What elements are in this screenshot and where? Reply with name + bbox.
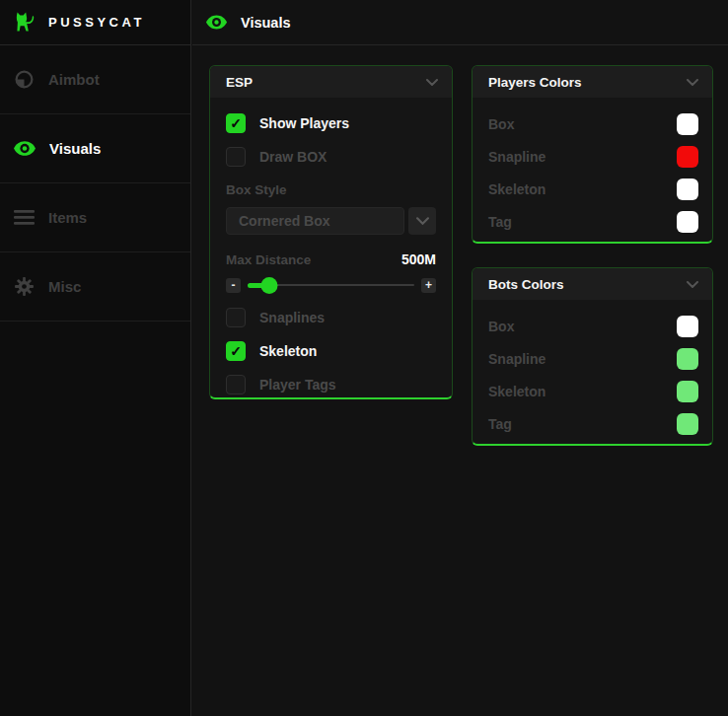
show-players-label: Show Players [259,115,349,131]
skeleton-label: Skeleton [259,343,317,359]
box-style-label: Box Style [226,182,436,197]
color-row-box: Box [488,310,698,342]
draw-box-checkbox[interactable] [226,147,246,167]
max-distance-slider-row: - + [226,276,436,294]
chevron-down-icon [416,217,429,225]
gear-icon [14,276,35,297]
color-row-box: Box [488,107,698,140]
color-row-snapline: Snapline [488,140,698,173]
page-title: Visuals [241,15,291,31]
bots-colors-title: Bots Colors [488,277,564,292]
color-label: Tag [488,416,512,432]
sidebar-item-misc[interactable]: Misc [0,252,190,322]
color-swatch[interactable] [677,316,698,337]
eye-icon [14,141,36,156]
color-swatch[interactable] [677,113,698,135]
color-label: Snapline [488,149,546,165]
sidebar-item-label: Visuals [49,140,101,157]
sidebar-item-label: Misc [48,278,81,295]
chevron-down-icon [687,79,698,86]
topbar: Visuals [192,0,728,45]
snaplines-label: Snaplines [259,310,325,325]
color-label: Box [488,116,514,132]
sidebar-item-items[interactable]: Items [0,183,190,252]
players-colors-body: Box Snapline Skeleton Tag [473,98,712,238]
esp-panel-header[interactable]: ESP [210,66,452,98]
players-colors-panel: Players Colors Box Snapline Skeleton Tag [472,65,713,244]
slider-thumb[interactable] [260,277,277,294]
sidebar-item-aimbot[interactable]: Aimbot [0,45,190,114]
esp-panel-title: ESP [226,75,253,90]
bots-colors-panel: Bots Colors Box Snapline Skeleton Tag [472,267,713,446]
color-row-snapline: Snapline [488,342,698,375]
player-tags-checkbox[interactable] [226,375,246,394]
box-style-select-row: Cornered Box [226,207,436,235]
box-style-select-caret-button[interactable] [408,207,436,235]
max-distance-slider[interactable] [248,276,414,294]
app-window: PUSSYCAT Aimbot Visuals [0,0,728,716]
distance-plus-button[interactable]: + [421,278,436,293]
bots-colors-header[interactable]: Bots Colors [473,268,712,300]
sidebar-item-visuals[interactable]: Visuals [0,114,190,183]
color-label: Box [488,319,514,334]
color-swatch[interactable] [677,146,698,168]
max-distance-value: 500M [401,251,436,267]
brand-name: PUSSYCAT [48,15,145,30]
players-colors-title: Players Colors [488,75,582,90]
color-swatch[interactable] [677,179,698,200]
sidebar-item-label: Aimbot [48,71,100,88]
color-swatch[interactable] [677,211,698,233]
esp-panel-body: Show Players Draw BOX Box Style Cornered… [210,98,452,394]
sidebar-item-label: Items [48,209,87,226]
bots-colors-body: Box Snapline Skeleton Tag [473,300,712,440]
snaplines-checkbox[interactable] [226,308,246,327]
chevron-down-icon [687,281,698,288]
player-tags-checkbox-row[interactable]: Player Tags [226,375,436,394]
color-row-skeleton: Skeleton [488,375,698,407]
chevron-down-icon [426,79,438,86]
color-label: Snapline [488,351,546,367]
color-swatch[interactable] [677,413,698,435]
color-swatch[interactable] [677,381,698,402]
color-label: Skeleton [488,384,546,399]
aim-icon [14,69,35,90]
show-players-checkbox-row[interactable]: Show Players [226,113,436,133]
color-label: Tag [488,214,512,230]
menu-icon [14,210,35,225]
esp-panel: ESP Show Players Draw BOX Box Style Corn… [209,65,453,399]
snaplines-checkbox-row[interactable]: Snaplines [226,308,436,327]
sidebar: PUSSYCAT Aimbot Visuals [0,0,191,716]
skeleton-checkbox[interactable] [226,341,246,361]
max-distance-label: Max Distance [226,252,311,267]
max-distance-row: Max Distance 500M [226,251,436,267]
color-swatch[interactable] [677,348,698,370]
color-row-skeleton: Skeleton [488,173,698,205]
players-colors-header[interactable]: Players Colors [473,66,712,98]
box-style-select[interactable]: Cornered Box [226,207,404,235]
distance-minus-button[interactable]: - [226,278,241,293]
player-tags-label: Player Tags [259,377,336,393]
draw-box-checkbox-row[interactable]: Draw BOX [226,147,436,167]
color-label: Skeleton [488,181,546,197]
show-players-checkbox[interactable] [226,113,246,133]
eye-icon [206,15,227,30]
cat-icon [13,11,39,34]
color-row-tag: Tag [488,407,698,440]
skeleton-checkbox-row[interactable]: Skeleton [226,341,436,361]
draw-box-label: Draw BOX [259,149,327,165]
brand-logo: PUSSYCAT [0,0,190,45]
color-row-tag: Tag [488,205,698,238]
